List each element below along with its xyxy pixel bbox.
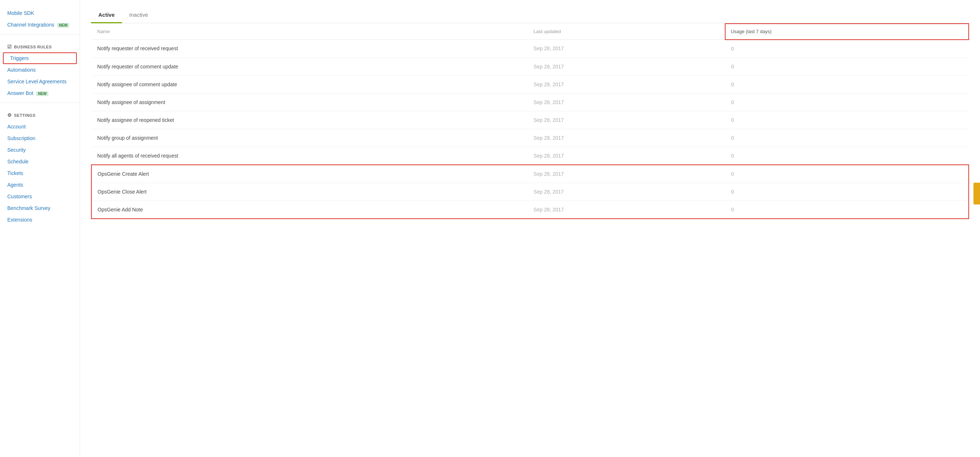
trigger-usage-cell: 0 <box>725 200 969 219</box>
sidebar-item-benchmark-survey[interactable]: Benchmark Survey <box>0 202 80 214</box>
sidebar-item-extensions[interactable]: Extensions <box>0 214 80 225</box>
main-content: Active Inactive Name Last updated Usage … <box>80 0 980 457</box>
table-row[interactable]: Notify requester of received requestSep … <box>91 40 969 58</box>
sidebar-link-label: Channel Integrations <box>7 22 54 28</box>
col-header-last-updated: Last updated <box>528 24 725 40</box>
business-rules-section-label: ☑ BUSINESS RULES <box>0 38 80 52</box>
trigger-name-cell: OpsGenie Add Note <box>91 200 528 219</box>
sidebar-item-triggers[interactable]: Triggers <box>3 52 77 64</box>
table-row[interactable]: Notify requester of comment updateSep 28… <box>91 57 969 75</box>
col-header-name: Name <box>91 24 528 40</box>
sidebar-item-mobile-sdk[interactable]: Mobile SDK <box>0 7 80 19</box>
sidebar-item-automations[interactable]: Automations <box>0 64 80 76</box>
tab-active[interactable]: Active <box>91 7 122 23</box>
sidebar-item-channel-integrations[interactable]: Channel Integrations NEW <box>0 19 80 30</box>
table-row[interactable]: OpsGenie Add NoteSep 28, 20170 <box>91 200 969 219</box>
table-header-row: Name Last updated Usage (last 7 days) <box>91 24 969 40</box>
settings-section-label: ⚙ SETTINGS <box>0 106 80 121</box>
trigger-date-cell: Sep 28, 2017 <box>528 165 725 183</box>
sidebar: Mobile SDK Channel Integrations NEW ☑ BU… <box>0 0 80 457</box>
triggers-table-container: Name Last updated Usage (last 7 days) No… <box>91 23 969 219</box>
new-badge: NEW <box>57 23 69 28</box>
tabs-bar: Active Inactive <box>91 0 969 23</box>
scroll-indicator[interactable] <box>974 182 980 205</box>
trigger-date-cell: Sep 28, 2017 <box>528 129 725 147</box>
sidebar-item-tickets[interactable]: Tickets <box>0 167 80 179</box>
trigger-usage-cell: 0 <box>725 129 969 147</box>
table-row[interactable]: OpsGenie Close AlertSep 28, 20170 <box>91 182 969 200</box>
trigger-date-cell: Sep 28, 2017 <box>528 93 725 111</box>
trigger-name-cell: OpsGenie Create Alert <box>91 165 528 183</box>
trigger-usage-cell: 0 <box>725 57 969 75</box>
table-row[interactable]: Notify assignee of assignmentSep 28, 201… <box>91 93 969 111</box>
tab-inactive[interactable]: Inactive <box>122 7 156 23</box>
col-header-usage: Usage (last 7 days) <box>725 24 969 40</box>
trigger-usage-cell: 0 <box>725 75 969 93</box>
trigger-date-cell: Sep 28, 2017 <box>528 111 725 129</box>
trigger-name-cell: Notify assignee of reopened ticket <box>91 111 528 129</box>
sidebar-item-account[interactable]: Account <box>0 121 80 132</box>
sidebar-item-sla[interactable]: Service Level Agreements <box>0 76 80 87</box>
trigger-date-cell: Sep 28, 2017 <box>528 75 725 93</box>
checkbox-icon: ☑ <box>7 44 12 49</box>
sidebar-item-subscription[interactable]: Subscription <box>0 132 80 144</box>
table-row[interactable]: OpsGenie Create AlertSep 28, 20170 <box>91 165 969 183</box>
trigger-name-cell: Notify group of assignment <box>91 129 528 147</box>
new-badge-answerbot: NEW <box>36 91 48 96</box>
trigger-usage-cell: 0 <box>725 40 969 58</box>
trigger-name-cell: Notify assignee of assignment <box>91 93 528 111</box>
trigger-usage-cell: 0 <box>725 147 969 165</box>
sidebar-item-customers[interactable]: Customers <box>0 190 80 202</box>
trigger-usage-cell: 0 <box>725 111 969 129</box>
trigger-name-cell: Notify requester of received request <box>91 40 528 58</box>
trigger-date-cell: Sep 28, 2017 <box>528 57 725 75</box>
sidebar-item-agents[interactable]: Agents <box>0 179 80 190</box>
trigger-name-cell: Notify all agents of received request <box>91 147 528 165</box>
trigger-usage-cell: 0 <box>725 165 969 183</box>
trigger-name-cell: OpsGenie Close Alert <box>91 182 528 200</box>
trigger-name-cell: Notify requester of comment update <box>91 57 528 75</box>
settings-gear-icon: ⚙ <box>7 113 12 118</box>
sidebar-divider-2 <box>0 103 80 103</box>
trigger-date-cell: Sep 28, 2017 <box>528 182 725 200</box>
sidebar-item-answer-bot[interactable]: Answer Bot NEW <box>0 87 80 99</box>
trigger-usage-cell: 0 <box>725 93 969 111</box>
trigger-date-cell: Sep 28, 2017 <box>528 200 725 219</box>
table-row[interactable]: Notify assignee of reopened ticketSep 28… <box>91 111 969 129</box>
table-row[interactable]: Notify assignee of comment updateSep 28,… <box>91 75 969 93</box>
trigger-name-cell: Notify assignee of comment update <box>91 75 528 93</box>
trigger-date-cell: Sep 28, 2017 <box>528 147 725 165</box>
triggers-table: Name Last updated Usage (last 7 days) No… <box>91 23 969 219</box>
table-row[interactable]: Notify all agents of received requestSep… <box>91 147 969 165</box>
table-row[interactable]: Notify group of assignmentSep 28, 20170 <box>91 129 969 147</box>
sidebar-item-security[interactable]: Security <box>0 144 80 156</box>
sidebar-divider <box>0 34 80 35</box>
trigger-usage-cell: 0 <box>725 182 969 200</box>
sidebar-link-label: Answer Bot <box>7 90 33 96</box>
sidebar-item-schedule[interactable]: Schedule <box>0 156 80 167</box>
trigger-date-cell: Sep 28, 2017 <box>528 40 725 58</box>
